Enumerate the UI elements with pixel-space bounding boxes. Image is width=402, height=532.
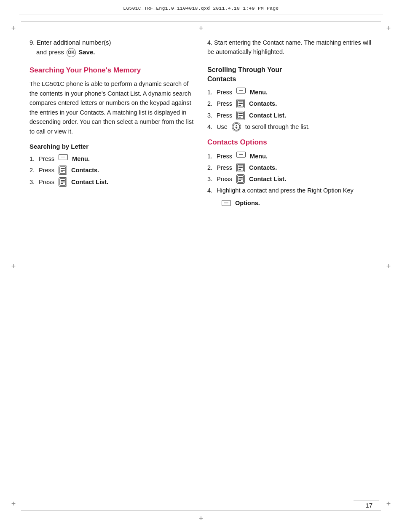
contact-list-label-3: Contact List. (70, 177, 108, 187)
svg-rect-2 (61, 170, 65, 171)
section-contacts-options-heading: Contacts Options (207, 138, 373, 147)
contacts-key-options-2 (236, 163, 245, 172)
menu-key-options-1: — (236, 152, 246, 158)
reg-mark-top-right: + (383, 23, 394, 33)
svg-rect-13 (239, 113, 243, 114)
contacts-label-2: Contacts. (70, 166, 99, 175)
section-searching-body: The LG501C phone is able to perform a dy… (29, 79, 195, 136)
scroll-item-3: 3. Press Contact List. (207, 111, 373, 120)
list-item-2: 2. Press Contacts. (29, 166, 195, 175)
item-num-2: 2. (29, 166, 37, 175)
svg-rect-11 (239, 105, 241, 106)
item-4-intro: 4. Start entering the Contact name. The … (207, 38, 373, 57)
right-column: 4. Start entering the Contact name. The … (207, 34, 373, 503)
menu-key-options-4: — (222, 200, 231, 206)
svg-rect-15 (239, 117, 241, 118)
scroll-item-1: 1. Press — Menu. (207, 88, 373, 97)
svg-rect-6 (61, 182, 65, 182)
svg-rect-22 (239, 169, 241, 170)
searching-by-letter-list: 1. Press — Menu. 2. Press (29, 154, 195, 187)
svg-rect-9 (239, 102, 243, 102)
list-item-1: 1. Press — Menu. (29, 154, 195, 164)
svg-rect-21 (239, 167, 243, 168)
press-label-3: Press (39, 177, 56, 187)
page-number-line (354, 500, 379, 500)
menu-key-scroll-1: — (236, 88, 246, 94)
contacts-options-list: 1. Press — Menu. 2. Press (207, 152, 373, 208)
reg-mark-mid-left: + (8, 261, 19, 271)
reg-mark-mid-right: + (383, 261, 394, 271)
svg-rect-26 (239, 180, 241, 181)
options-item-4-row: 4. Highlight a contact and press the Rig… (207, 186, 354, 195)
contacts-key-options-3 (236, 174, 245, 184)
border-top (21, 21, 381, 21)
content-area: 9. Enter additional number(s) and press … (29, 34, 373, 503)
options-item-2: 2. Press Contacts. (207, 163, 373, 173)
step-9-line1: 9. Enter additional number(s) (29, 39, 111, 46)
scrolling-list: 1. Press — Menu. 2. Press (207, 88, 373, 132)
menu-key-icon-1: — (59, 154, 68, 160)
options-item-1: 1. Press — Menu. (207, 152, 373, 161)
doc-info: LG501C_TRF_Eng1.0_1104018.qxd 2011.4.18 … (0, 6, 402, 11)
save-label: Save. (78, 48, 95, 56)
svg-marker-18 (235, 127, 237, 129)
svg-rect-1 (61, 168, 65, 169)
contacts-key-icon-2 (59, 166, 67, 175)
border-bottom (21, 511, 381, 511)
step-9-text: 9. Enter additional number(s) and press … (29, 38, 195, 57)
left-column: 9. Enter additional number(s) and press … (29, 34, 195, 503)
reg-mark-top-center: + (196, 23, 206, 33)
options-item-4: 4. Highlight a contact and press the Rig… (207, 186, 373, 208)
page-number: 17 (365, 502, 373, 509)
nav-key-icon (232, 122, 241, 131)
step-9-line2: and press OK Save. (29, 48, 95, 56)
ok-icon: OK (67, 48, 76, 57)
list-item-3: 3. Press Contact List. (29, 177, 195, 187)
reg-mark-top-left: + (8, 23, 19, 33)
section-searching-heading: Searching Your Phone's Memory (29, 66, 195, 75)
svg-rect-7 (61, 183, 63, 184)
svg-rect-3 (61, 171, 63, 172)
scroll-item-4: 4. Use to scroll through the list. (207, 122, 373, 132)
item-num-3: 3. (29, 177, 37, 187)
options-item-3: 3. Press Contact List. (207, 174, 373, 184)
sub-heading-searching-letter: Searching by Letter (29, 143, 195, 150)
svg-point-16 (233, 123, 240, 130)
reg-mark-bottom-left: + (8, 499, 19, 509)
svg-rect-10 (239, 103, 243, 104)
page-container: LG501C_TRF_Eng1.0_1104018.qxd 2011.4.18 … (0, 0, 402, 532)
svg-marker-17 (235, 125, 237, 126)
svg-rect-25 (239, 179, 243, 179)
press-label-1: Press (39, 154, 56, 164)
svg-rect-5 (61, 180, 65, 181)
svg-rect-24 (239, 177, 243, 178)
top-border-line (19, 14, 383, 14)
reg-mark-bottom-right: + (383, 499, 394, 509)
contacts-key-scroll-2 (236, 99, 245, 108)
contacts-key-icon-3 (59, 177, 67, 187)
svg-rect-20 (239, 166, 243, 166)
press-label-2: Press (39, 166, 56, 175)
reg-mark-bottom-center: + (196, 513, 206, 524)
contacts-key-scroll-3 (236, 111, 245, 120)
option-indent-row: — Options. (207, 198, 260, 208)
scroll-item-2: 2. Press Contacts. (207, 99, 373, 109)
menu-label-1: Menu. (70, 154, 90, 164)
section-scrolling-heading: Scrolling Through Your Contacts (207, 65, 373, 83)
svg-rect-14 (239, 115, 243, 116)
item-num-1: 1. (29, 154, 37, 164)
